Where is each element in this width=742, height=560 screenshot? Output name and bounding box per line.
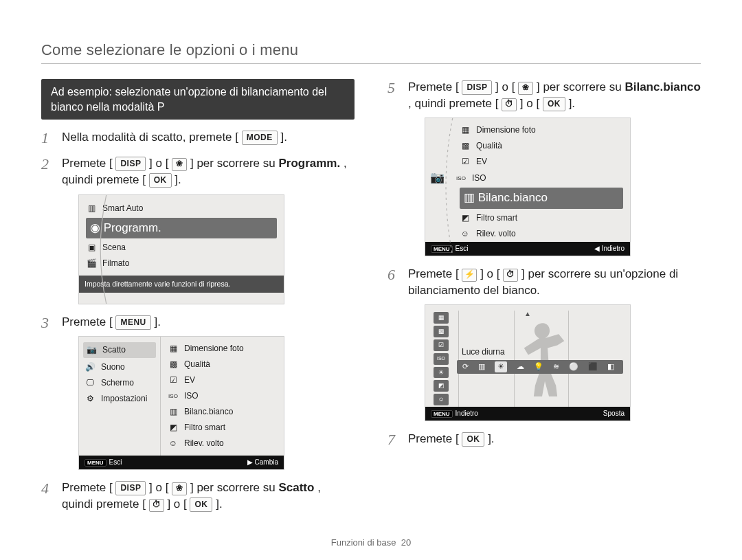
movie-icon: 🎬 bbox=[86, 258, 97, 269]
submenu-item[interactable]: ▩Qualità bbox=[453, 138, 630, 154]
camera-icon: 📷 bbox=[86, 344, 97, 356]
lcd-wb-submenu: ▦Dimensione foto ▩Qualità ☑EV 📷 ISOISO ▥… bbox=[425, 117, 631, 256]
lcd-mode-select: ▥Smart Auto ◉ Programm. ▣Scena 🎬Filmato … bbox=[78, 194, 284, 304]
step-text: ]. bbox=[569, 97, 575, 110]
step-text: ]. bbox=[488, 432, 494, 445]
wb-option[interactable]: ☁ bbox=[517, 361, 524, 372]
wb-option[interactable]: ⟳ bbox=[462, 361, 469, 372]
quality-icon: ▩ bbox=[168, 359, 179, 370]
submenu-item[interactable]: ◩Filtro smart bbox=[453, 210, 630, 226]
wb-option[interactable]: 💡 bbox=[534, 361, 543, 372]
page-title: Come selezionare le opzioni o i menu bbox=[41, 41, 701, 64]
wb-option[interactable]: ≋ bbox=[553, 361, 559, 372]
menu-item[interactable]: ☑EV bbox=[161, 372, 284, 388]
display-icon: 🖵 bbox=[85, 377, 95, 389]
footer-action-back[interactable]: Indietro bbox=[602, 245, 625, 252]
footer-action-exit[interactable]: Esci bbox=[109, 458, 122, 466]
footer-action-move[interactable]: Sposta bbox=[603, 410, 625, 417]
menu-tab-shoot[interactable]: 📷Scatto bbox=[83, 342, 156, 358]
iso-icon: ISO bbox=[456, 175, 466, 182]
menu-tab-display[interactable]: 🖵Schermo bbox=[79, 375, 160, 391]
step-text: ] o [ bbox=[480, 267, 499, 280]
menu-item[interactable]: ☺Rilev. volto bbox=[161, 436, 284, 451]
submenu-item[interactable]: ISOISO bbox=[449, 170, 630, 186]
step-text: Premete [ bbox=[408, 80, 459, 93]
disp-button-label: DISP bbox=[115, 157, 146, 171]
menu-left-pane: 📷Scatto 🔊Suono 🖵Schermo ⚙Impostazioni bbox=[79, 337, 161, 456]
wb-option[interactable]: ◧ bbox=[607, 361, 614, 372]
menu-key-icon: MENU bbox=[85, 459, 106, 467]
submenu-item[interactable]: ▦Dimensione foto bbox=[453, 122, 630, 138]
ok-button-label: OK bbox=[462, 432, 484, 447]
menu-item[interactable]: ▩Qualità bbox=[161, 357, 284, 372]
step-1: Nella modalità di scatto, premete [ MODE… bbox=[41, 129, 355, 146]
menu-item-label: Qualità bbox=[184, 359, 210, 370]
wb-option[interactable]: ⬛ bbox=[588, 361, 598, 372]
left-tri-icon: ◀ bbox=[594, 245, 600, 252]
size-icon: ▦ bbox=[168, 343, 179, 355]
step-text: ] o [ bbox=[167, 497, 186, 511]
side-icon-selected: ☀ bbox=[434, 367, 449, 379]
submenu-item[interactable]: ☑EV bbox=[453, 154, 630, 170]
submenu-item-label: Filtro smart bbox=[476, 212, 517, 224]
flash-icon: ⚡ bbox=[462, 269, 477, 282]
submenu-item-label: Qualità bbox=[476, 140, 502, 152]
menu-item[interactable]: ◩Filtro smart bbox=[161, 420, 284, 436]
footer-action-back[interactable]: Indietro bbox=[456, 410, 478, 417]
right-tri-icon: ▶ bbox=[247, 458, 253, 466]
wb-icon: ▥ bbox=[168, 406, 179, 418]
mode-item-label: Programm. bbox=[104, 221, 161, 234]
mode-item[interactable]: 🎬Filmato bbox=[79, 256, 284, 271]
menu-key-icon: MENU bbox=[431, 410, 453, 418]
step-text: Premete [ bbox=[408, 432, 459, 445]
step-text: ] per scorrere su bbox=[537, 80, 625, 93]
submenu-item-selected[interactable]: ▥ Bilanc.bianco bbox=[460, 188, 623, 208]
size-icon: ▦ bbox=[460, 124, 471, 136]
iso-icon: ISO bbox=[168, 392, 179, 400]
side-icon: ▦ bbox=[434, 312, 449, 324]
sound-icon: 🔊 bbox=[85, 361, 95, 373]
step-5: Premete [ DISP ] o [ ❀ ] per scorrere su… bbox=[387, 79, 701, 256]
menu-item-label: ISO bbox=[184, 390, 199, 402]
menu-item[interactable]: ▥Bilanc.bianco bbox=[161, 404, 284, 420]
submenu-item[interactable]: ☺Rilev. volto bbox=[453, 226, 630, 242]
side-icon: ☑ bbox=[434, 339, 449, 351]
filter-icon: ◩ bbox=[168, 422, 179, 434]
mode-item-label: Scena bbox=[102, 242, 126, 254]
menu-tab-label: Impostazioni bbox=[101, 393, 147, 405]
menu-item-label: Filtro smart bbox=[184, 422, 225, 434]
submenu-item-label: EV bbox=[476, 156, 487, 168]
disp-button-label: DISP bbox=[115, 481, 146, 495]
step-2: Premete [ DISP ] o [ ❀ ] per scorrere su… bbox=[41, 155, 355, 304]
silhouette bbox=[458, 311, 625, 407]
wb-option-selected[interactable]: ☀ bbox=[495, 361, 507, 372]
menu-item[interactable]: ▦Dimensione foto bbox=[161, 341, 284, 357]
side-icon: ◩ bbox=[434, 380, 449, 392]
step-text: , quindi premete [ bbox=[408, 97, 498, 110]
lcd-footer: MENUEsci ▶ Cambia bbox=[79, 456, 284, 469]
mode-item-label: Filmato bbox=[102, 258, 129, 269]
filter-icon: ◩ bbox=[460, 212, 471, 224]
ok-button-label: OK bbox=[190, 497, 212, 512]
ok-button-label: OK bbox=[543, 97, 565, 111]
wb-option-strip[interactable]: ⟳ ▥ ☀ ☁ 💡 ≋ ⚪ ⬛ ◧ bbox=[457, 360, 623, 374]
footer-action-change[interactable]: Cambia bbox=[255, 458, 278, 466]
mode-item-selected[interactable]: ◉ Programm. bbox=[86, 218, 277, 238]
wb-option[interactable]: ▥ bbox=[478, 361, 485, 372]
menu-button-label: MENU bbox=[115, 315, 150, 330]
timer-icon: ⏱ bbox=[149, 499, 164, 512]
mode-item[interactable]: ▥Smart Auto bbox=[79, 201, 284, 216]
camera-icon: 📷 bbox=[425, 170, 449, 186]
wb-option[interactable]: ⚪ bbox=[569, 361, 578, 372]
step-text: ]. bbox=[154, 315, 160, 328]
footer-action-exit[interactable]: Esci bbox=[456, 245, 469, 252]
menu-item[interactable]: ISOISO bbox=[161, 388, 284, 404]
quality-icon: ▩ bbox=[460, 140, 471, 152]
menu-tab-sound[interactable]: 🔊Suono bbox=[79, 359, 160, 375]
ev-icon: ☑ bbox=[460, 156, 471, 168]
submenu-item-label: Bilanc.bianco bbox=[478, 191, 548, 204]
menu-tab-settings[interactable]: ⚙Impostazioni bbox=[79, 391, 160, 407]
menu-item-label: EV bbox=[184, 374, 195, 386]
mode-item[interactable]: ▣Scena bbox=[79, 240, 284, 256]
submenu-item-label: Rilev. volto bbox=[476, 228, 516, 240]
